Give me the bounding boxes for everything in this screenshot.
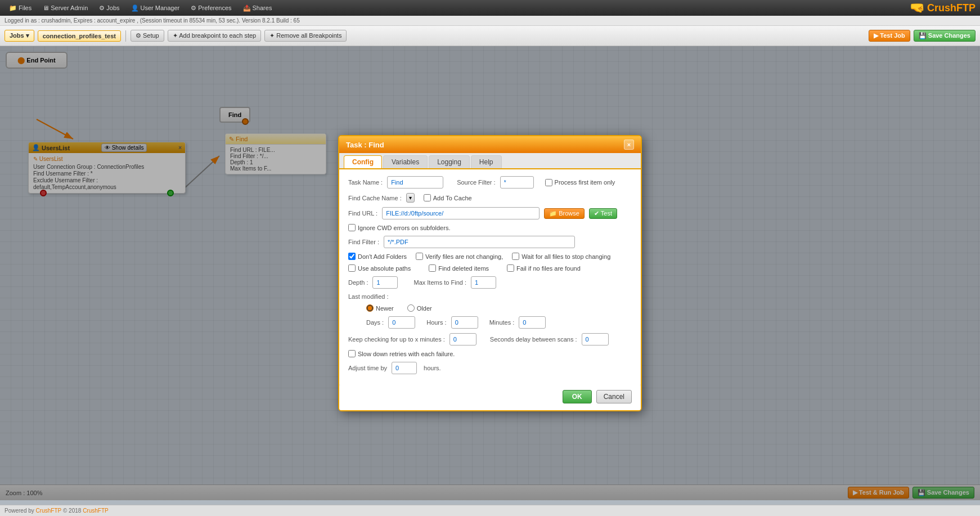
top-nav: 📁 Files 🖥 Server Admin ⚙ Jobs 👤 User Man… <box>0 0 980 16</box>
keep-checking-row: Keep checking for up to x minutes : Seco… <box>348 333 632 346</box>
depth-input[interactable] <box>372 276 398 289</box>
modal-overlay: Task : Find × Config Variables Logging H… <box>0 46 980 500</box>
toolbar: Jobs ▾ connection_profiles_test ⚙ Setup … <box>0 26 980 46</box>
modal-title-bar: Task : Find × <box>339 136 641 153</box>
slow-down-row: Slow down retries with each failure. <box>348 350 632 357</box>
nav-files[interactable]: 📁 Files <box>5 3 36 13</box>
slow-down-checkbox[interactable] <box>348 350 356 357</box>
ignore-cwd-label: Ignore CWD errors on subfolders. <box>348 224 450 231</box>
source-filter-label: Source Filter : <box>457 179 495 186</box>
crushftp-link-2[interactable]: CrushFTP <box>83 508 109 514</box>
find-url-row: Find URL : 📁 Browse ✔ Test <box>348 207 632 219</box>
find-cache-dropdown[interactable]: ▾ <box>406 193 415 203</box>
nav-server-admin[interactable]: 🖥 Server Admin <box>38 3 92 12</box>
use-absolute-paths-label: Use absolute paths <box>348 264 411 272</box>
keep-checking-input[interactable] <box>449 333 476 346</box>
tab-connection-profiles[interactable]: connection_profiles_test <box>38 30 121 42</box>
verify-files-checkbox[interactable] <box>416 253 423 260</box>
newer-older-row: Newer Older <box>366 304 632 312</box>
browse-button[interactable]: 📁 Browse <box>544 208 585 219</box>
find-filter-input[interactable] <box>384 236 575 248</box>
find-filter-row: Find Filter : <box>348 236 632 248</box>
older-radio[interactable] <box>407 304 415 312</box>
newer-radio[interactable] <box>366 304 374 312</box>
use-absolute-paths-checkbox[interactable] <box>348 264 356 272</box>
setup-button[interactable]: ⚙ Setup <box>131 30 164 42</box>
modal-footer: OK Cancel <box>339 385 641 410</box>
tab-help[interactable]: Help <box>471 155 502 168</box>
nav-preferences[interactable]: ⚙ Preferences <box>186 3 236 13</box>
add-to-cache-checkbox[interactable] <box>424 194 431 201</box>
test-button[interactable]: ✔ Test <box>589 208 617 219</box>
modal-title: Task : Find <box>346 141 384 149</box>
toolbar-separator-1 <box>125 30 126 42</box>
slow-down-label: Slow down retries with each failure. <box>348 350 455 357</box>
remove-breakpoints-button[interactable]: ✦ Remove all Breakpoints <box>264 30 347 42</box>
add-breakpoint-button[interactable]: ✦ Add breakpoint to each step <box>168 30 261 42</box>
tab-logging[interactable]: Logging <box>429 155 470 168</box>
modal-body: Task Name : Source Filter : Process firs… <box>339 169 641 385</box>
last-modified-label: Last modified : <box>348 293 389 300</box>
tab-config[interactable]: Config <box>344 155 382 168</box>
days-label: Days : <box>366 319 384 326</box>
jobs-dropdown[interactable]: Jobs ▾ <box>5 30 34 42</box>
days-input[interactable] <box>388 316 415 329</box>
nav-jobs[interactable]: ⚙ Jobs <box>95 3 124 13</box>
canvas-area: ⬤ End Point 👤 UsersList 👁 Show details ×… <box>0 46 980 500</box>
dont-add-folders-label: Don't Add Folders <box>348 253 407 260</box>
newer-radio-label: Newer <box>366 304 394 312</box>
modal-dialog: Task : Find × Config Variables Logging H… <box>338 135 642 411</box>
nav-shares[interactable]: 📤 Shares <box>239 3 277 13</box>
last-modified-row: Last modified : <box>348 293 632 300</box>
minutes-input[interactable] <box>519 316 546 329</box>
max-items-label: Max Items to Find : <box>413 279 466 286</box>
cancel-button[interactable]: Cancel <box>596 390 632 403</box>
nav-user-manager[interactable]: 👤 User Manager <box>127 3 185 13</box>
time-fields-row: Days : Hours : Minutes : <box>366 316 632 329</box>
checkbox-row-1: Don't Add Folders Verify files are not c… <box>348 253 632 260</box>
wait-for-files-checkbox[interactable] <box>512 253 519 260</box>
older-radio-label: Older <box>407 304 432 312</box>
find-url-input[interactable] <box>382 207 540 219</box>
find-filter-label: Find Filter : <box>348 239 379 245</box>
adjust-time-label: Adjust time by <box>348 365 387 371</box>
adjust-time-row: Adjust time by hours. <box>348 362 632 374</box>
process-first-item-label: Process first item only <box>545 179 615 186</box>
seconds-delay-input[interactable] <box>582 333 609 346</box>
max-items-input[interactable] <box>471 276 496 289</box>
find-deleted-label: Find deleted items <box>429 264 489 272</box>
verify-files-label: Verify files are not changing, <box>416 253 503 260</box>
source-filter-input[interactable] <box>500 176 534 189</box>
hours-input[interactable] <box>451 316 478 329</box>
fail-if-no-files-checkbox[interactable] <box>507 264 514 272</box>
ignore-cwd-row: Ignore CWD errors on subfolders. <box>348 224 632 231</box>
crushftp-link-1[interactable]: CrushFTP <box>36 508 62 514</box>
save-changes-button[interactable]: 💾 Save Changes <box>914 30 975 42</box>
test-run-job-button[interactable]: ▶ Test Job <box>869 30 910 42</box>
task-name-row: Task Name : Source Filter : Process firs… <box>348 176 632 189</box>
modal-tabs: Config Variables Logging Help <box>339 153 641 169</box>
find-deleted-checkbox[interactable] <box>429 264 436 272</box>
ignore-cwd-checkbox[interactable] <box>348 224 356 231</box>
dont-add-folders-checkbox[interactable] <box>348 253 356 260</box>
process-first-item-checkbox[interactable] <box>545 179 552 186</box>
crush-logo: 🤜 CrushFTP <box>910 1 975 15</box>
status-bar: Logged in as : crushadmin, Expires : acc… <box>0 16 980 26</box>
modal-close-button[interactable]: × <box>624 140 634 150</box>
depth-label: Depth : <box>348 279 368 286</box>
hours-label: Hours : <box>426 319 446 326</box>
seconds-delay-label: Seconds delay between scans : <box>490 336 577 343</box>
hours-suffix: hours. <box>424 365 441 371</box>
adjust-time-input[interactable] <box>392 362 417 374</box>
tab-variables[interactable]: Variables <box>383 155 428 168</box>
fail-if-no-files-label: Fail if no files are found <box>507 264 581 272</box>
add-to-cache-label: Add To Cache <box>424 194 472 201</box>
find-cache-label: Find Cache Name : <box>348 195 402 201</box>
task-name-input[interactable] <box>387 176 443 189</box>
powered-bar: Powered by CrushFTP © 2018 CrushFTP <box>0 505 980 516</box>
minutes-label: Minutes : <box>489 319 515 326</box>
depth-max-row: Depth : Max Items to Find : <box>348 276 632 289</box>
keep-checking-label: Keep checking for up to x minutes : <box>348 336 445 343</box>
task-name-label: Task Name : <box>348 179 383 186</box>
ok-button[interactable]: OK <box>563 390 592 403</box>
